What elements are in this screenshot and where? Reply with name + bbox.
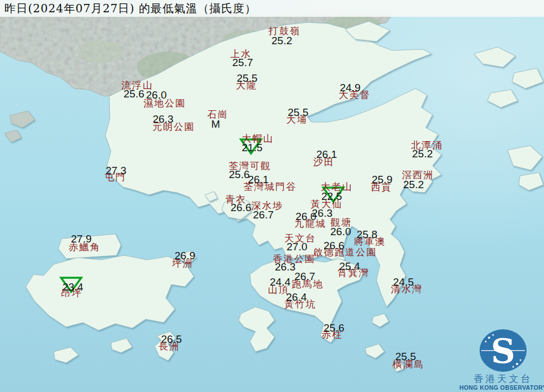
page-title: 昨日(2024年07月27日) 的最低氣溫（攝氏度） (4, 1, 257, 16)
hko-logo-name-zh: 香港天文台 (474, 373, 533, 384)
chek-lap-kok-airport-island (58, 234, 121, 259)
hong-kong-temperature-map: S 香港天文台 HONG KONG OBSERVATORY (0, 0, 544, 392)
hko-logo-name-en: HONG KONG OBSERVATORY (459, 384, 544, 391)
hko-logo-s-swirl-icon: S (491, 332, 515, 371)
